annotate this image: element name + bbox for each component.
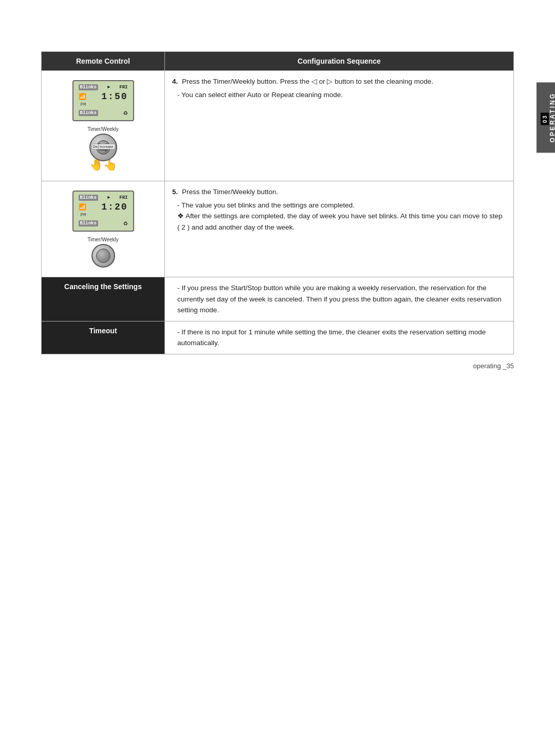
lcd-row-main-2: 📶 1:20	[79, 202, 128, 212]
pm-label-1: PM	[81, 102, 86, 107]
blink-label-bot-1: Blinks	[79, 110, 98, 116]
header-remote-control: Remote Control	[42, 52, 165, 71]
config-cell-1: 4. Press the Timer/Weekly button. Press …	[165, 71, 514, 181]
timeout-label: Timeout	[42, 321, 165, 354]
table-row: Blinks ► FRI 📶 1:50 PM	[42, 71, 514, 181]
timeout-info: If there is no input for 1 minute while …	[165, 321, 514, 354]
remote-control-cell-2: Blinks ► FRI 📶 1:20 PM	[42, 181, 165, 277]
remote-ctrl-1: Timer/Weekly ▲ Decrease Start/Stop Incre…	[87, 126, 119, 172]
lcd-display-1: Blinks ► FRI 📶 1:50 PM	[72, 80, 134, 121]
blink-label-bot-2: Blinks	[79, 220, 98, 226]
fri-label-2: FRI	[119, 195, 127, 200]
lcd-display-2: Blinks ► FRI 📶 1:20 PM	[72, 191, 134, 232]
btn-group-1: ▲ Decrease Start/Stop Increase 🤚 👆	[89, 134, 117, 172]
step-4-bullet-1: You can select either Auto or Repeat cle…	[177, 89, 506, 101]
step-4-text: Press the Timer/Weekly button. Press the…	[182, 78, 433, 85]
cancel-text: If you press the Start/Stop button while…	[177, 282, 506, 316]
step-5-bullet-1: The value you set blinks and the setting…	[177, 200, 506, 211]
step-5-bullet-2: After the settings are completed, the da…	[177, 211, 506, 233]
lcd-time-2: 1:20	[101, 202, 127, 212]
blink-label-top-2: Blinks	[79, 195, 98, 201]
timer-weekly-label-2: Timer/Weekly	[87, 237, 119, 242]
page-footer: operating _35	[473, 362, 514, 370]
lcd-row-main-1: 📶 1:50	[79, 91, 128, 102]
remote-control-cell-1: Blinks ► FRI 📶 1:50 PM	[42, 71, 165, 181]
remote-diagram-2: Blinks ► FRI 📶 1:20 PM	[49, 186, 157, 272]
header-config-sequence: Configuration Sequence	[165, 52, 514, 71]
remote-diagram-1: Blinks ► FRI 📶 1:50 PM	[49, 76, 157, 176]
cancel-label: Canceling the Settings	[42, 277, 165, 322]
btn-circular-1: Decrease Start/Stop Increase	[89, 134, 117, 161]
remote-ctrl-2: Timer/Weekly	[87, 237, 119, 268]
recycle-icon-1: ♻	[123, 108, 127, 117]
step-5-text: Press the Timer/Weekly button.	[182, 188, 278, 196]
timeout-text: If there is no input for 1 minute while …	[177, 327, 506, 349]
increase-label-1: Increase	[98, 144, 115, 149]
pm-label-2: PM	[81, 213, 86, 218]
config-cell-2: 5. Press the Timer/Weekly button. The va…	[165, 181, 514, 277]
fri-label-1: FRI	[119, 85, 127, 90]
table-row: Blinks ► FRI 📶 1:20 PM	[42, 181, 514, 277]
cancel-info: If you press the Start/Stop button while…	[165, 277, 514, 322]
page-wrapper: Remote Control Configuration Sequence Bl…	[0, 0, 555, 385]
recycle-icon-2: ♻	[123, 219, 127, 228]
instruction-table: Remote Control Configuration Sequence Bl…	[41, 51, 514, 354]
btn-circular-2	[91, 244, 115, 268]
step-number-4: 4.	[172, 78, 178, 85]
blink-label-top: Blinks	[79, 84, 98, 90]
remote-hand-group-1: Timer/Weekly ▲ Decrease Start/Stop Incre…	[87, 123, 119, 172]
signal-icon-2: 📶	[79, 203, 86, 211]
lcd-time-1: 1:50	[101, 91, 127, 102]
signal-icon-1: 📶	[79, 93, 86, 101]
btn-center-2	[96, 249, 110, 263]
timer-weekly-label-1: Timer/Weekly	[87, 126, 119, 132]
table-row-cancel: Canceling the Settings If you press the …	[42, 277, 514, 322]
table-row-timeout: Timeout If there is no input for 1 minut…	[42, 321, 514, 354]
step-number-5: 5.	[172, 188, 178, 196]
